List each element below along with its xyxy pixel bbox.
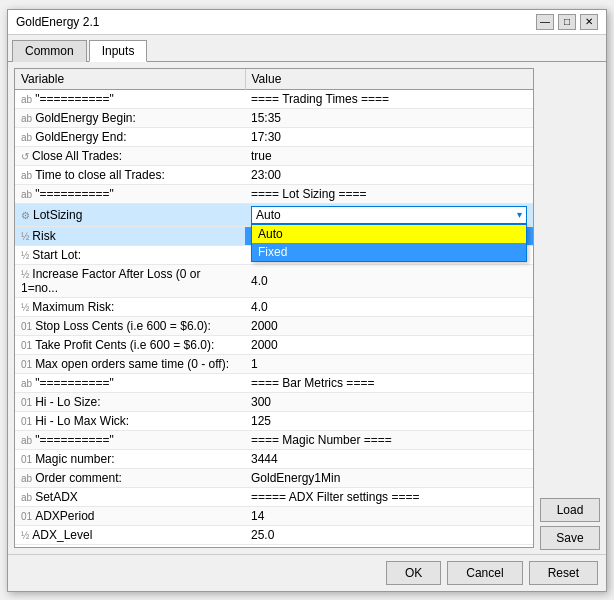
table-row: ↺Close All Trades:true [15, 146, 533, 165]
type-icon: ½ [21, 269, 29, 280]
variable-name: Hi - Lo Max Wick: [35, 414, 129, 428]
variable-name: Increase Factor After Loss (0 or 1=no... [21, 267, 200, 295]
table-row: ab"=========="==== Trading Times ==== [15, 89, 533, 108]
lotsizing-dropdown[interactable]: Auto▾ [251, 206, 527, 224]
table-row: ½Increase Factor After Loss (0 or 1=no..… [15, 264, 533, 297]
variable-name: Maximum Risk: [32, 300, 114, 314]
variable-value: ==== Bar Metrics ==== [245, 373, 533, 392]
variable-name: SetADX [35, 490, 78, 504]
content-area: Variable Value ab"=========="==== Tradin… [8, 62, 606, 554]
variable-name: Max open orders same time (0 - off): [35, 357, 229, 371]
table-row: 01Max open orders same time (0 - off):1 [15, 354, 533, 373]
variable-name: Hi - Lo Size: [35, 395, 100, 409]
inputs-table: Variable Value ab"=========="==== Tradin… [15, 69, 533, 545]
type-icon: ab [21, 378, 32, 389]
variable-value: ==== Magic Number ==== [245, 430, 533, 449]
bottom-bar: OK Cancel Reset [8, 554, 606, 591]
variable-name: "==========" [35, 92, 114, 106]
dropdown-arrow-icon: ▾ [517, 209, 522, 220]
col-value: Value [245, 69, 533, 90]
variable-value: 17:30 [245, 127, 533, 146]
type-icon: ½ [21, 530, 29, 541]
tab-common[interactable]: Common [12, 40, 87, 62]
type-icon: ab [21, 473, 32, 484]
variable-name: ADX_Level [32, 528, 92, 542]
variable-name: "==========" [35, 433, 114, 447]
variable-name: LotSizing [33, 208, 82, 222]
variable-value: 4.0 [245, 264, 533, 297]
ok-button[interactable]: OK [386, 561, 441, 585]
table-row: ab"=========="==== Lot Sizing ==== [15, 184, 533, 203]
cancel-button[interactable]: Cancel [447, 561, 522, 585]
type-icon: ab [21, 189, 32, 200]
type-icon: ½ [21, 231, 29, 242]
type-icon: 01 [21, 321, 32, 332]
table-row: abGoldEnergy Begin:15:35 [15, 108, 533, 127]
variable-value: 2000 [245, 335, 533, 354]
dropdown-option[interactable]: Fixed [252, 243, 526, 261]
type-icon: ab [21, 492, 32, 503]
type-icon: 01 [21, 397, 32, 408]
table-row: 01Stop Loss Cents (i.e 600 = $6.0):2000 [15, 316, 533, 335]
variable-value: true [245, 146, 533, 165]
table-row: abSetADX===== ADX Filter settings ==== [15, 487, 533, 506]
variable-name: "==========" [35, 187, 114, 201]
table-row: ½Maximum Risk:4.0 [15, 297, 533, 316]
type-icon: ab [21, 435, 32, 446]
tab-inputs[interactable]: Inputs [89, 40, 148, 62]
type-icon: 01 [21, 340, 32, 351]
tab-bar: Common Inputs [8, 35, 606, 62]
type-icon: 01 [21, 359, 32, 370]
variable-value: 300 [245, 392, 533, 411]
type-icon: ½ [21, 302, 29, 313]
variable-name: Close All Trades: [32, 149, 122, 163]
table-row: ½ADX_Level25.0 [15, 525, 533, 544]
table-row: ab"=========="==== Magic Number ==== [15, 430, 533, 449]
table-row: abGoldEnergy End:17:30 [15, 127, 533, 146]
type-icon: ab [21, 132, 32, 143]
inputs-table-container: Variable Value ab"=========="==== Tradin… [14, 68, 534, 548]
variable-name: Risk [32, 229, 55, 243]
type-icon: ½ [21, 250, 29, 261]
variable-value: GoldEnergy1Min [245, 468, 533, 487]
variable-name: Start Lot: [32, 248, 81, 262]
variable-name: GoldEnergy End: [35, 130, 126, 144]
variable-name: "==========" [35, 376, 114, 390]
table-row: 01Hi - Lo Size:300 [15, 392, 533, 411]
variable-value: 23:00 [245, 165, 533, 184]
table-row: abOrder comment:GoldEnergy1Min [15, 468, 533, 487]
maximize-button[interactable]: □ [558, 14, 576, 30]
minimize-button[interactable]: — [536, 14, 554, 30]
variable-value: 14 [245, 506, 533, 525]
reset-button[interactable]: Reset [529, 561, 598, 585]
col-variable: Variable [15, 69, 245, 90]
variable-value: 25.0 [245, 525, 533, 544]
variable-value: ==== Lot Sizing ==== [245, 184, 533, 203]
window-controls: — □ ✕ [536, 14, 598, 30]
dropdown-option[interactable]: Auto [252, 225, 526, 243]
variable-value: 4.0 [245, 297, 533, 316]
table-row: 01Take Profit Cents (i.e 600 = $6.0):200… [15, 335, 533, 354]
variable-value: ==== Trading Times ==== [245, 89, 533, 108]
save-button[interactable]: Save [540, 526, 600, 550]
variable-name: Order comment: [35, 471, 122, 485]
table-row: 01Hi - Lo Max Wick:125 [15, 411, 533, 430]
variable-value: ===== ADX Filter settings ==== [245, 487, 533, 506]
table-row: 01ADXPeriod14 [15, 506, 533, 525]
right-buttons: Load Save [534, 62, 600, 554]
load-button[interactable]: Load [540, 498, 600, 522]
variable-value: 3444 [245, 449, 533, 468]
title-bar: GoldEnergy 2.1 — □ ✕ [8, 10, 606, 35]
type-icon: ab [21, 94, 32, 105]
table-row: abTime to close all Trades:23:00 [15, 165, 533, 184]
variable-name: Stop Loss Cents (i.e 600 = $6.0): [35, 319, 211, 333]
type-icon: ⚙ [21, 210, 30, 221]
variable-value[interactable]: Auto▾AutoFixed [245, 203, 533, 226]
variable-value: 1 [245, 354, 533, 373]
table-row: ab"=========="==== Bar Metrics ==== [15, 373, 533, 392]
variable-name: ADXPeriod [35, 509, 94, 523]
close-button[interactable]: ✕ [580, 14, 598, 30]
table-row: 01Magic number:3444 [15, 449, 533, 468]
variable-value: 15:35 [245, 108, 533, 127]
variable-value: 125 [245, 411, 533, 430]
